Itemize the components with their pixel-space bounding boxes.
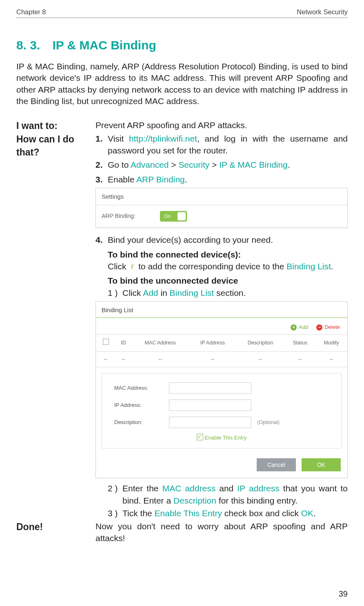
want-text: Prevent ARP spoofing and ARP attacks. — [95, 119, 348, 132]
step-4: 4. Bind your device(s) according to your… — [95, 234, 348, 246]
desc-label: Description: — [114, 419, 163, 426]
step-2-num: 2. — [95, 159, 108, 171]
plus-icon: + — [291, 324, 297, 331]
label-how: How can I do that? — [16, 133, 90, 520]
col-desc: Description — [236, 335, 284, 352]
enable-entry-label: Enable This Entry — [205, 435, 246, 441]
screenshot-binding-list: Binding List + Add − Delete ID — [95, 301, 348, 478]
arp-binding-toggle[interactable]: On — [160, 211, 187, 222]
sub-connected-text: Click to add the corresponding device to… — [95, 260, 348, 272]
binding-table: ID MAC Address IP Address Description St… — [96, 334, 347, 367]
sub-heading-connected: To bind the connected device(s): — [95, 249, 348, 260]
settings-header: Settings — [96, 188, 347, 205]
step-3: 3. Enable ARP Binding. — [95, 173, 348, 185]
mac-label: MAC Address: — [114, 384, 163, 392]
link-icon[interactable] — [129, 261, 136, 269]
mac-address-input[interactable] — [169, 382, 251, 394]
select-all-checkbox[interactable] — [103, 339, 109, 345]
ok-button[interactable]: OK — [302, 458, 341, 471]
optional-label: (Optional) — [257, 419, 280, 426]
running-header: Chapter 8 Network Security — [16, 8, 348, 18]
sub-heading-unconnected: To bind the unconnected device — [95, 275, 348, 286]
step-3-num: 3. — [95, 173, 108, 185]
step-4-num: 4. — [95, 234, 108, 246]
title-text: IP & MAC Binding — [52, 38, 156, 52]
step-1: 1. Visit http://tplinkwifi.net, and log … — [95, 133, 348, 157]
substep-2: 2 ) Enter the MAC address and IP address… — [95, 482, 348, 506]
enable-entry-checkbox[interactable] — [197, 434, 203, 440]
binding-list-header: Binding List — [96, 302, 347, 315]
link-tplinkwifi[interactable]: http://tplinkwifi.net — [129, 134, 197, 143]
add-entry-form: MAC Address: IP Address: Description: (O… — [102, 373, 342, 448]
minus-icon: − — [316, 324, 322, 331]
table-row-empty: -- -- -- -- -- -- -- — [96, 351, 347, 367]
delete-button[interactable]: − Delete — [316, 324, 340, 331]
label-done: Done! — [16, 520, 90, 544]
step-2: 2. Go to Advanced > Security > IP & MAC … — [95, 159, 348, 171]
substep-1: 1 ) Click Add in Binding List section. — [95, 287, 348, 299]
col-modify: Modify — [315, 335, 347, 352]
chapter-label: Chapter 8 — [16, 8, 46, 16]
description-input[interactable] — [169, 417, 251, 428]
col-status: Status — [284, 335, 315, 352]
section-label: Network Security — [297, 8, 348, 16]
intro-paragraph: IP & MAC Binding, namely, ARP (Address R… — [16, 61, 348, 107]
page-title: 8. 3.IP & MAC Binding — [16, 38, 348, 52]
done-text: Now you don't need to worry about ARP sp… — [95, 520, 348, 544]
col-ip: IP Address — [189, 335, 236, 352]
ip-label: IP Address: — [114, 402, 163, 409]
add-button[interactable]: + Add — [291, 324, 308, 331]
step-1-num: 1. — [95, 133, 108, 157]
label-want: I want to: — [16, 119, 90, 132]
cancel-button[interactable]: Cancel — [257, 458, 296, 471]
table-header-row: ID MAC Address IP Address Description St… — [96, 335, 347, 352]
ip-address-input[interactable] — [169, 400, 251, 411]
col-mac: MAC Address — [131, 335, 189, 352]
title-number: 8. 3. — [16, 38, 40, 52]
screenshot-settings-arp: Settings ARP Binding: On — [95, 188, 348, 228]
arp-binding-label: ARP Binding: — [102, 212, 135, 220]
divider — [96, 317, 347, 318]
substep-3: 3 ) Tick the Enable This Entry check box… — [95, 507, 348, 519]
col-id: ID — [115, 335, 131, 352]
